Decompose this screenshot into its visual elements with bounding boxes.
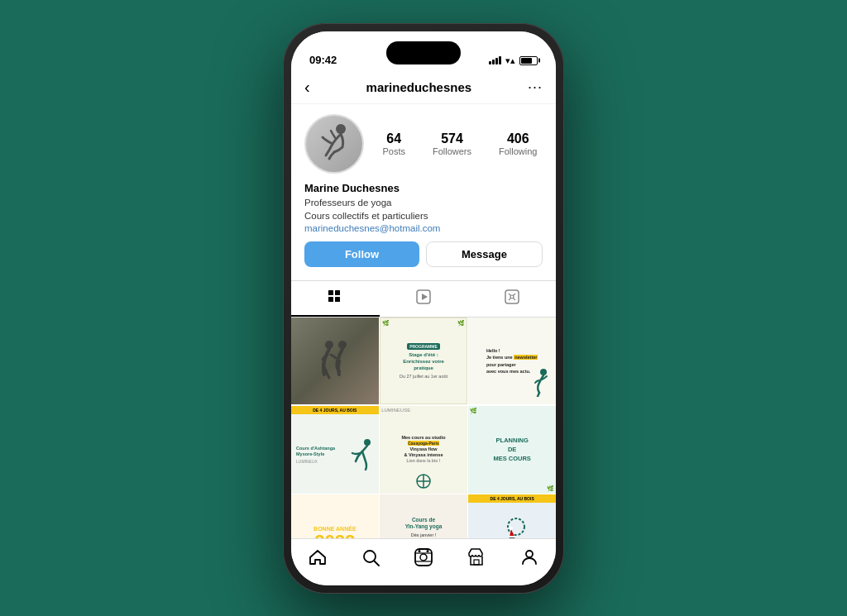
nav-home[interactable] <box>308 547 328 572</box>
svg-point-18 <box>508 518 524 535</box>
status-time: 09:42 <box>309 54 337 66</box>
followers-count: 574 <box>441 131 463 146</box>
svg-line-23 <box>374 561 379 566</box>
posts-grid: 🌿 🌿 PROGRAMME Stage d'été :Enrichissez v… <box>291 318 556 538</box>
app-content: ‹ marineduchesnes ··· <box>291 71 556 538</box>
grid-post-7[interactable]: BONNE ANNÉE 2022 M.EGERE <box>291 494 379 537</box>
grid-post-8[interactable]: Cours deYin-Yang yoga Dès janvier ! <box>380 494 467 537</box>
message-button[interactable]: Message <box>426 241 543 267</box>
nav-profile[interactable] <box>519 547 539 572</box>
posts-label: Posts <box>382 146 405 156</box>
profile-bio: Cours collectifs et particuliers <box>304 209 543 222</box>
grid-post-4[interactable]: DE 4 JOURS, AU BOIS Cours d'AshtangaMyso… <box>291 406 379 494</box>
tab-reels[interactable] <box>380 281 468 317</box>
tab-tagged[interactable] <box>467 281 556 317</box>
shop-icon <box>467 547 486 572</box>
posts-count: 64 <box>386 131 401 146</box>
svg-point-31 <box>526 551 533 557</box>
svg-point-29 <box>427 550 429 552</box>
posts-stat[interactable]: 64 Posts <box>382 131 405 156</box>
nav-reels[interactable] <box>414 547 433 572</box>
following-count: 406 <box>507 131 529 146</box>
svg-rect-2 <box>335 290 340 295</box>
followers-label: Followers <box>433 146 471 156</box>
nav-search[interactable] <box>361 547 380 572</box>
grid-post-1[interactable] <box>291 318 379 405</box>
svg-point-28 <box>419 550 421 552</box>
stats-row: 64 Posts 574 Followers 406 Following <box>377 131 543 156</box>
more-options-button[interactable]: ··· <box>528 79 543 96</box>
avatar <box>304 114 364 174</box>
action-buttons: Follow Message <box>304 241 543 267</box>
profile-top-row: 64 Posts 574 Followers 406 Following <box>304 114 543 174</box>
content-tabs <box>291 280 556 318</box>
svg-point-0 <box>336 124 346 134</box>
svg-point-21 <box>510 527 513 530</box>
dynamic-island <box>386 41 461 64</box>
tab-grid[interactable] <box>291 281 380 317</box>
grid-icon <box>328 289 342 308</box>
signal-icon <box>489 56 501 64</box>
bottom-nav <box>291 538 556 585</box>
profile-name: Marine Duchesnes <box>304 182 543 194</box>
avatar-image <box>306 116 362 172</box>
tagged-icon <box>505 289 519 308</box>
grid-post-6[interactable]: 🌿 🌿 PLANNINGDEMES COURS <box>468 406 556 494</box>
grid-post-5[interactable]: LUMINEUSE Mes cours au studio Casayoga-P… <box>380 406 467 494</box>
search-icon <box>361 547 380 572</box>
phone-frame: 09:42 ▾▴ ‹ marineduchesnes <box>283 23 564 594</box>
profile-email[interactable]: marineduchesnes@hotmail.com <box>304 223 543 233</box>
instagram-header: ‹ marineduchesnes ··· <box>291 71 556 104</box>
svg-rect-24 <box>415 549 432 566</box>
profile-section: 64 Posts 574 Followers 406 Following <box>291 104 556 280</box>
svg-rect-30 <box>474 560 479 565</box>
status-icons: ▾▴ <box>489 55 538 66</box>
back-button[interactable]: ‹ <box>304 78 310 97</box>
reels-icon <box>416 289 431 308</box>
grid-post-3[interactable]: Hello !Je tiens une newsletterpour parta… <box>468 318 556 405</box>
profile-title: Professeurs de yoga <box>304 196 543 209</box>
svg-rect-20 <box>509 536 515 537</box>
profile-username-header: marineduchesnes <box>366 80 472 94</box>
reels-nav-icon <box>414 547 433 572</box>
profile-nav-icon <box>519 547 539 572</box>
nav-shop[interactable] <box>467 547 486 572</box>
svg-marker-6 <box>422 294 428 300</box>
svg-point-8 <box>510 295 514 298</box>
svg-rect-7 <box>505 290 519 303</box>
following-stat[interactable]: 406 Following <box>499 131 537 156</box>
grid-post-2[interactable]: 🌿 🌿 PROGRAMME Stage d'été :Enrichissez v… <box>380 318 467 405</box>
svg-rect-3 <box>328 297 333 302</box>
svg-rect-1 <box>328 290 333 295</box>
wifi-icon: ▾▴ <box>505 55 515 66</box>
phone-screen: 09:42 ▾▴ ‹ marineduchesnes <box>291 31 556 585</box>
svg-rect-4 <box>335 297 340 302</box>
grid-post-9[interactable]: DE 4 JOURS, AU BOIS <box>468 494 556 537</box>
home-icon <box>308 547 328 572</box>
follow-button[interactable]: Follow <box>304 241 419 267</box>
followers-stat[interactable]: 574 Followers <box>433 131 471 156</box>
battery-icon <box>519 56 538 65</box>
following-label: Following <box>499 146 537 156</box>
svg-point-25 <box>420 554 427 561</box>
